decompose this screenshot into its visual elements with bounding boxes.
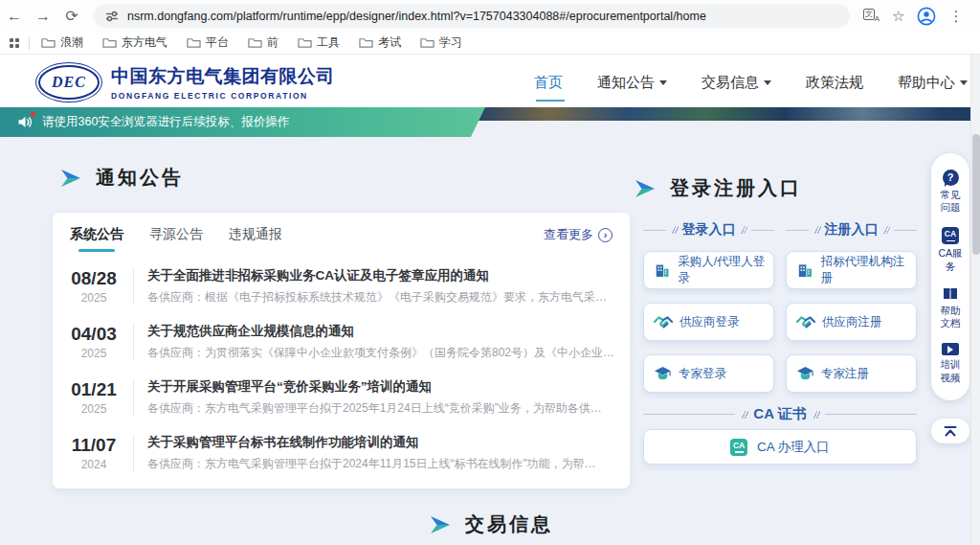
buildings-icon [796, 261, 814, 280]
url-text[interactable]: nsrm.dongfang.com/platform/runtime/epp/d… [127, 10, 706, 23]
view-more-link[interactable]: 查看更多 › [544, 226, 612, 243]
item-date: 04/03 [62, 324, 125, 345]
handshake-icon [654, 314, 673, 329]
list-item[interactable]: 08/28 2025 关于全面推进非招标采购业务CA认证及电子签章应用的通知 各… [62, 259, 616, 314]
nav-policies[interactable]: 政策法规 [806, 74, 863, 92]
list-item[interactable]: 01/21 2025 关于开展采购管理平台“竞价采购业务”培训的通知 各供应商：… [62, 370, 616, 425]
item-year: 2025 [62, 402, 125, 416]
dec-logo-icon: DEC [38, 65, 100, 100]
bookmark-star-icon[interactable]: ☆ [892, 8, 904, 25]
help-docs-button[interactable]: 帮助文档 [938, 286, 963, 330]
tab-system-announcements[interactable]: 系统公告 [70, 213, 123, 257]
folder-icon [102, 36, 117, 49]
section-arrow-icon [59, 169, 82, 188]
bookmark-folder[interactable]: 平台 [187, 34, 229, 51]
book-icon [942, 286, 959, 302]
purchaser-agent-login-button[interactable]: 采购人/代理人登录 [643, 251, 774, 289]
section-title: 交易信息 [465, 511, 553, 537]
chevron-right-circle-icon: › [598, 228, 612, 242]
bookmark-folder[interactable]: 前 [248, 34, 278, 51]
graduation-cap-icon [654, 366, 672, 382]
item-title: 关于全面推进非招标采购业务CA认证及电子签章应用的通知 [147, 267, 616, 284]
login-register-heading: 登录注册入口 [634, 175, 802, 201]
bookmark-folder[interactable]: 浪潮 [41, 34, 83, 51]
folder-icon [359, 36, 373, 49]
trade-info-heading: 交易信息 [429, 511, 553, 537]
item-year: 2025 [62, 347, 125, 360]
list-item[interactable]: 04/03 2025 关于规范供应商企业规模信息的通知 各供应商：为贯彻落实《保… [62, 314, 616, 370]
site-settings-icon[interactable] [105, 10, 119, 23]
item-date: 08/28 [62, 268, 125, 289]
page-scrollbar[interactable] [970, 55, 980, 545]
tab-violation-reports[interactable]: 违规通报 [229, 213, 282, 257]
translate-icon[interactable]: 文 A [863, 9, 880, 23]
ca-apply-entry-button[interactable]: CA CA 办理入口 [643, 429, 917, 465]
section-arrow-icon [429, 515, 452, 534]
item-title: 关于开展采购管理平台“竞价采购业务”培训的通知 [147, 378, 616, 396]
item-title: 关于规范供应商企业规模信息的通知 [147, 323, 616, 340]
ca-badge-icon: CA [730, 439, 747, 456]
nav-home[interactable]: 首页 [534, 74, 563, 92]
faq-button[interactable]: ? 常见问题 [938, 170, 963, 215]
apps-grid-icon[interactable] [10, 38, 19, 48]
ca-service-button[interactable]: CA CA服务 [938, 227, 963, 273]
caret-down-icon [659, 80, 667, 89]
bookmarks-bar: 浪潮 东方电气 平台 前 工具 考试 学习 [0, 32, 980, 55]
site-header: DEC 中国东方电气集团有限公司 DONGFANG ELECTRIC CORPO… [0, 55, 980, 107]
bookmark-folder[interactable]: 学习 [420, 34, 462, 51]
browser-menu-icon[interactable]: ⋮ [948, 8, 963, 25]
url-bar[interactable]: nsrm.dongfang.com/platform/runtime/epp/d… [94, 4, 850, 28]
profile-avatar-icon[interactable] [917, 7, 936, 26]
speaker-icon [17, 115, 33, 129]
divider [29, 36, 30, 50]
announcement-list: 08/28 2025 关于全面推进非招标采购业务CA认证及电子签章应用的通知 各… [53, 257, 630, 481]
divider [133, 379, 134, 416]
item-year: 2025 [62, 291, 125, 305]
item-desc: 各供应商：为贯彻落实《保障中小企业款项支付条例》（国务院令第802号）及《中小企… [147, 345, 616, 361]
announcements-card: 系统公告 寻源公告 违规通报 查看更多 › 08/28 2025 关于全面推进非… [53, 213, 630, 488]
item-desc: 各供应商：东方电气采购管理平台拟于2024年11月15日上线“标书在线制作”功能… [147, 456, 616, 472]
reload-icon[interactable]: ⟳ [57, 7, 86, 25]
buildings-icon [654, 261, 671, 280]
list-item[interactable]: 11/07 2024 关于采购管理平台标书在线制作功能培训的通知 各供应商：东方… [62, 425, 616, 481]
bookmark-folder[interactable]: 工具 [298, 34, 340, 51]
notice-text: 请使用360安全浏览器进行后续投标、报价操作 [42, 114, 289, 130]
ca-certificate-header: CA 证书 [643, 405, 917, 423]
folder-icon [248, 36, 262, 49]
folder-icon [298, 36, 312, 49]
supplier-login-button[interactable]: 供应商登录 [643, 303, 774, 341]
company-name-en: DONGFANG ELECTRIC CORPORATION [111, 91, 335, 101]
nav-announcements[interactable]: 通知公告 [597, 74, 667, 92]
tab-sourcing-announcements[interactable]: 寻源公告 [149, 213, 203, 257]
scrollbar-thumb[interactable] [972, 134, 980, 255]
training-videos-button[interactable]: 培训视频 [938, 343, 963, 384]
back-icon[interactable]: ← [0, 8, 29, 25]
expert-register-button[interactable]: 专家注册 [786, 354, 917, 393]
login-entry-header: 登录入口 [643, 221, 774, 238]
browser-toolbar: ← → ⟳ nsrm.dongfang.com/platform/runtime… [0, 0, 980, 32]
expert-login-button[interactable]: 专家登录 [643, 354, 774, 393]
forward-icon[interactable]: → [29, 8, 57, 25]
item-date: 01/21 [62, 379, 125, 400]
entry-button-grid: 采购人/代理人登录 招标代理机构注册 供应商登录 供应商注册 专家登录 [643, 251, 917, 393]
ca-card-icon: CA [942, 227, 959, 244]
collapse-up-icon [943, 425, 958, 438]
item-date: 11/07 [62, 435, 125, 456]
question-bubble-icon: ? [943, 170, 959, 186]
notification-dot [31, 112, 35, 117]
company-logo[interactable]: DEC 中国东方电气集团有限公司 DONGFANG ELECTRIC CORPO… [38, 64, 335, 101]
register-entry-header: 注册入口 [786, 221, 917, 238]
folder-icon [41, 36, 56, 49]
supplier-register-button[interactable]: 供应商注册 [786, 303, 917, 341]
browser-actions: 文 A ☆ ⋮ [863, 7, 963, 26]
bidding-agency-register-button[interactable]: 招标代理机构注册 [786, 251, 917, 289]
collapse-toolbar-button[interactable] [931, 419, 969, 443]
bookmark-folder[interactable]: 考试 [359, 34, 401, 51]
divider [133, 324, 134, 360]
bookmark-folder[interactable]: 东方电气 [102, 34, 167, 51]
nav-trade-info[interactable]: 交易信息 [702, 74, 771, 92]
floating-side-toolbar: ? 常见问题 CA CA服务 帮助文档 培训视频 [931, 153, 969, 400]
nav-help-center[interactable]: 帮助中心 [898, 74, 968, 92]
divider [133, 435, 134, 471]
item-desc: 各供应商：东方电气采购管理平台拟于2025年1月24日上线“竞价采购”业务，为帮… [147, 400, 616, 417]
